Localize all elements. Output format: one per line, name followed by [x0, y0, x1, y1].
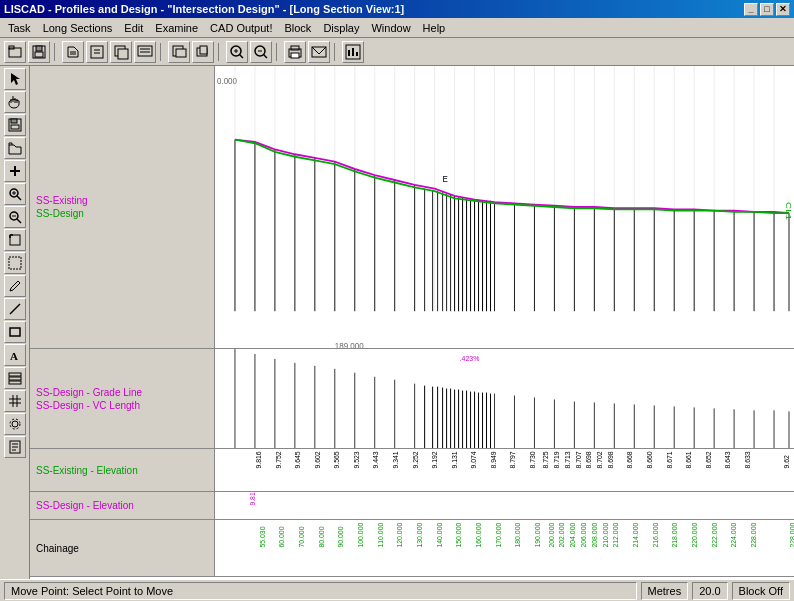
lt-text[interactable]: A [4, 344, 26, 366]
lt-extent[interactable] [4, 229, 26, 251]
grade-line-label: SS-Design - Grade Line [36, 387, 208, 398]
svg-text:8.698: 8.698 [585, 451, 592, 468]
svg-text:222.000: 222.000 [711, 523, 718, 548]
long-section-chart[interactable]: 0.000 189.000 [215, 66, 794, 348]
svg-text:8.707: 8.707 [575, 451, 582, 468]
lt-hand[interactable] [4, 91, 26, 113]
lt-zoom-in[interactable] [4, 183, 26, 205]
svg-line-20 [240, 54, 244, 58]
svg-rect-216 [225, 492, 784, 519]
menu-task[interactable]: Task [2, 20, 37, 36]
grade-chart[interactable]: .423% [215, 349, 794, 448]
svg-text:110.000: 110.000 [377, 523, 384, 548]
svg-text:8.661: 8.661 [685, 451, 692, 468]
status-block: Block Off [732, 582, 790, 600]
svg-text:130.000: 130.000 [416, 523, 423, 548]
toolbar-btn-print[interactable] [284, 41, 306, 63]
menu-long-sections[interactable]: Long Sections [37, 20, 119, 36]
design-label: SS-Design [36, 208, 208, 219]
chainage-svg: 55.030 60.000 70.000 80.000 90.000 100.0… [215, 520, 794, 576]
toolbar-btn-1[interactable] [4, 41, 26, 63]
toolbar-btn-4[interactable] [86, 41, 108, 63]
toolbar-btn-3[interactable] [62, 41, 84, 63]
svg-line-24 [264, 54, 268, 58]
title-bar: LISCAD - Profiles and Design - "Intersec… [0, 0, 794, 18]
menu-window[interactable]: Window [365, 20, 416, 36]
svg-text:150.000: 150.000 [455, 523, 462, 548]
svg-text:CL1: CL1 [784, 202, 793, 220]
lt-grid[interactable] [4, 390, 26, 412]
lt-settings[interactable] [4, 413, 26, 435]
svg-text:9.816: 9.816 [249, 492, 256, 506]
lt-window[interactable] [4, 252, 26, 274]
svg-text:8.719: 8.719 [553, 451, 560, 468]
close-button[interactable]: ✕ [776, 3, 790, 16]
toolbar-btn-email[interactable] [308, 41, 330, 63]
svg-point-60 [12, 421, 18, 427]
svg-text:200.000: 200.000 [548, 523, 555, 548]
menu-display[interactable]: Display [317, 20, 365, 36]
toolbar-sep-1 [54, 43, 58, 61]
svg-rect-46 [10, 235, 20, 245]
data-section: SS-Existing - Elevation 9.816 9.752 9.64… [30, 449, 794, 579]
menu-edit[interactable]: Edit [118, 20, 149, 36]
lt-line[interactable] [4, 298, 26, 320]
svg-line-44 [17, 219, 21, 223]
main-toolbar [0, 38, 794, 66]
long-section-labels: SS-Existing SS-Design [30, 66, 215, 348]
svg-text:55.030: 55.030 [259, 526, 266, 547]
toolbar-btn-chart[interactable] [342, 41, 364, 63]
svg-text:228.000: 228.000 [789, 523, 794, 548]
menu-examine[interactable]: Examine [149, 20, 204, 36]
lt-misc[interactable] [4, 436, 26, 458]
toolbar-btn-zoom-in[interactable] [226, 41, 248, 63]
svg-rect-12 [138, 46, 152, 56]
svg-rect-53 [9, 373, 21, 376]
window-title: LISCAD - Profiles and Design - "Intersec… [4, 3, 404, 15]
svg-rect-18 [200, 46, 207, 54]
maximize-button[interactable]: □ [760, 3, 774, 16]
lt-pointer[interactable] [4, 68, 26, 90]
lt-save[interactable] [4, 114, 26, 136]
toolbar-btn-zoom-out[interactable] [250, 41, 272, 63]
minimize-button[interactable]: _ [744, 3, 758, 16]
svg-rect-54 [9, 377, 21, 380]
left-toolbar: A [0, 66, 30, 579]
toolbar-btn-5[interactable] [110, 41, 132, 63]
svg-text:60.000: 60.000 [278, 526, 285, 547]
status-units: Metres [641, 582, 689, 600]
svg-text:9.816: 9.816 [255, 451, 262, 468]
svg-rect-66 [215, 66, 794, 348]
svg-text:8.725: 8.725 [542, 451, 549, 468]
existing-elevation-values: 9.816 9.752 9.645 9.602 9.565 9.523 9.44… [215, 449, 794, 491]
svg-text:9.752: 9.752 [275, 451, 282, 468]
svg-text:220.000: 220.000 [691, 523, 698, 548]
menu-help[interactable]: Help [417, 20, 452, 36]
svg-text:202.000: 202.000 [558, 523, 565, 548]
menu-block[interactable]: Block [278, 20, 317, 36]
existing-elevation-svg: 9.816 9.752 9.645 9.602 9.565 9.523 9.44… [215, 449, 794, 491]
svg-text:228.000: 228.000 [750, 523, 757, 548]
svg-rect-49 [9, 257, 21, 269]
svg-text:212.000: 212.000 [612, 523, 619, 548]
menu-cad-output[interactable]: CAD Output! [204, 20, 278, 36]
lt-rect[interactable] [4, 321, 26, 343]
svg-text:216.000: 216.000 [652, 523, 659, 548]
svg-text:170.000: 170.000 [495, 523, 502, 548]
toolbar-btn-7[interactable] [168, 41, 190, 63]
main-content: A SS-Existing SS-Design [0, 66, 794, 579]
svg-text:8.633: 8.633 [744, 451, 751, 468]
toolbar-btn-2[interactable] [28, 41, 50, 63]
lt-pencil[interactable] [4, 275, 26, 297]
design-elevation-svg: 9.816 [215, 492, 794, 519]
svg-text:140.000: 140.000 [436, 523, 443, 548]
svg-text:8.730: 8.730 [529, 451, 536, 468]
svg-text:.423%: .423% [460, 355, 480, 362]
toolbar-btn-8[interactable] [192, 41, 214, 63]
lt-zoom-out[interactable] [4, 206, 26, 228]
lt-add[interactable] [4, 160, 26, 182]
toolbar-btn-6[interactable] [134, 41, 156, 63]
lt-layers[interactable] [4, 367, 26, 389]
lt-open[interactable] [4, 137, 26, 159]
svg-line-40 [17, 196, 21, 200]
